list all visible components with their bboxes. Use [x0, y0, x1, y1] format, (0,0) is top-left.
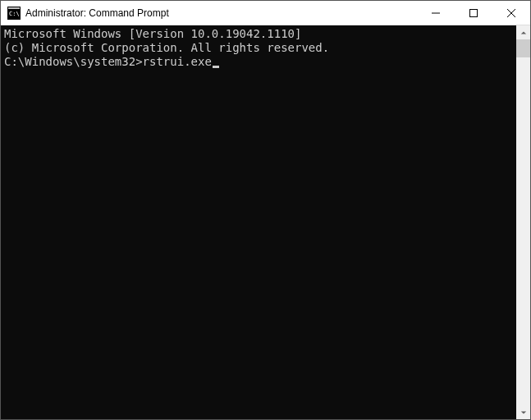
- terminal-output[interactable]: Microsoft Windows [Version 10.0.19042.11…: [1, 25, 516, 419]
- copyright-line: (c) Microsoft Corporation. All rights re…: [4, 41, 513, 55]
- vertical-scrollbar[interactable]: [516, 25, 530, 419]
- scroll-thumb[interactable]: [516, 39, 530, 57]
- svg-rect-1: [8, 7, 20, 9]
- scroll-track[interactable]: [516, 39, 530, 405]
- window-controls: [417, 1, 530, 25]
- cursor: [213, 66, 219, 68]
- minimize-icon: [432, 9, 440, 17]
- version-line: Microsoft Windows [Version 10.0.19042.11…: [4, 27, 513, 41]
- cmd-icon: C:\: [7, 7, 21, 20]
- svg-rect-4: [470, 9, 478, 16]
- chevron-up-icon: [520, 30, 527, 36]
- svg-text:C:\: C:\: [9, 11, 20, 17]
- titlebar[interactable]: C:\ Administrator: Command Prompt: [1, 1, 530, 25]
- maximize-button[interactable]: [455, 1, 492, 25]
- prompt-path: C:\Windows\system32>: [4, 55, 143, 68]
- prompt-line: C:\Windows\system32>rstrui.exe: [4, 55, 513, 69]
- close-button[interactable]: [492, 1, 530, 25]
- window-title: Administrator: Command Prompt: [25, 7, 417, 19]
- minimize-button[interactable]: [417, 1, 455, 25]
- command-prompt-window: C:\ Administrator: Command Prompt Micros…: [0, 0, 531, 420]
- scroll-down-button[interactable]: [516, 405, 530, 419]
- close-icon: [507, 9, 515, 17]
- maximize-icon: [469, 9, 478, 17]
- chevron-down-icon: [520, 409, 527, 416]
- scroll-up-button[interactable]: [516, 25, 530, 39]
- content-area: Microsoft Windows [Version 10.0.19042.11…: [1, 25, 530, 419]
- typed-command: rstrui.exe: [143, 55, 212, 68]
